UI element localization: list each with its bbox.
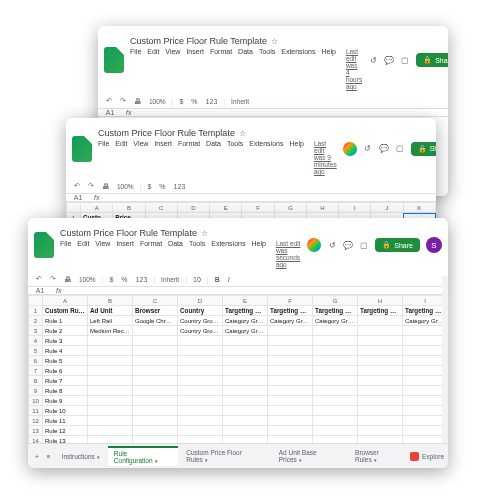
redo-icon[interactable]: ↷ [86, 181, 96, 191]
titlebar: Custom Price Floor Rule Template ☆ FileE… [66, 118, 436, 179]
undo-icon[interactable]: ↶ [104, 96, 114, 106]
sheets-logo-icon [34, 232, 54, 258]
all-sheets-icon[interactable]: ≡ [44, 453, 54, 460]
redo-icon[interactable]: ↷ [118, 96, 128, 106]
menu-edit[interactable]: Edit [147, 48, 159, 91]
meet-icon[interactable]: ▢ [395, 144, 405, 154]
last-edit[interactable]: Last edit was 4 hours ago [346, 48, 362, 91]
zoom-select[interactable]: 100% [147, 97, 168, 106]
menu-extensions[interactable]: Extensions [281, 48, 315, 91]
print-icon[interactable]: 🖶 [62, 275, 73, 284]
undo-icon[interactable]: ↶ [72, 181, 82, 191]
print-icon[interactable]: 🖶 [100, 182, 111, 191]
menu-bar: FileEditViewInsertFormatDataToolsExtensi… [60, 240, 301, 269]
formula-bar: A1 fx [28, 287, 448, 295]
menu-file[interactable]: File [130, 48, 141, 91]
comment-icon[interactable]: 💬 [379, 144, 389, 154]
tab-instructions[interactable]: Instructions▾ [56, 451, 106, 462]
share-button[interactable]: 🔒Share [375, 238, 420, 252]
undo-icon[interactable]: ↶ [34, 274, 44, 284]
last-edit[interactable]: Last edit was seconds ago [276, 240, 301, 269]
percent-button[interactable]: % [189, 97, 199, 106]
name-box[interactable]: A1 [98, 109, 122, 116]
menu-help[interactable]: Help [321, 48, 335, 91]
tab-ad-unit-base-prices[interactable]: Ad Unit Base Prices▾ [273, 447, 347, 465]
bold-icon[interactable]: B [213, 275, 222, 284]
toolbar: ↶ ↷ 🖶 100% | $ % 123 [66, 179, 436, 194]
comment-icon[interactable]: 💬 [384, 55, 394, 65]
menu-insert[interactable]: Insert [186, 48, 204, 91]
italic-icon[interactable]: I [226, 275, 232, 284]
collaborator-avatar[interactable] [307, 238, 321, 252]
menu-tools[interactable]: Tools [259, 48, 275, 91]
explore-icon [410, 452, 419, 461]
font-select[interactable]: Inherit [229, 97, 251, 106]
history-icon[interactable]: ↺ [368, 55, 378, 65]
titlebar: Custom Price Floor Rule Template ☆ FileE… [28, 218, 448, 272]
star-icon[interactable]: ☆ [201, 229, 208, 238]
vertical-scrollbar[interactable] [442, 276, 448, 450]
formula-bar: A1 fx [66, 194, 436, 202]
meet-icon[interactable]: ▢ [400, 55, 410, 65]
redo-icon[interactable]: ↷ [48, 274, 58, 284]
last-edit[interactable]: Last edit was 9 minutes ago [314, 140, 337, 176]
tab-custom-price-floor-rules[interactable]: Custom Price Floor Rules▾ [180, 447, 270, 465]
share-button[interactable]: 🔒Share [416, 53, 448, 67]
share-button[interactable]: 🔒Share [411, 142, 436, 156]
history-icon[interactable]: ↺ [327, 240, 337, 250]
toolbar: ↶ ↷ 🖶 100% | $ % 123 | Inherit | 10 | B … [28, 272, 448, 287]
doc-title[interactable]: Custom Price Floor Rule Template [130, 36, 267, 46]
sheets-logo-icon [104, 47, 124, 73]
meet-icon[interactable]: ▢ [359, 240, 369, 250]
menu-bar: FileEditViewInsertFormatDataToolsExtensi… [98, 140, 337, 176]
formula-bar: A1 fx [98, 109, 448, 117]
menu-bar: File Edit View Insert Format Data Tools … [130, 48, 362, 91]
menu-format[interactable]: Format [210, 48, 232, 91]
sheets-window-front: Custom Price Floor Rule Template ☆ FileE… [28, 218, 448, 468]
doc-title[interactable]: Custom Price Floor Rule Template [60, 228, 197, 238]
sheet-tabs: + ≡ Instructions▾ Rule Configuration▾ Cu… [28, 443, 448, 468]
tab-browser-rules[interactable]: Browser Rules▾ [349, 447, 408, 465]
doc-title[interactable]: Custom Price Floor Rule Template [98, 128, 235, 138]
toolbar: ↶ ↷ 🖶 100% | $ % 123 | Inherit [98, 94, 448, 109]
print-icon[interactable]: 🖶 [132, 97, 143, 106]
avatar[interactable]: S [426, 237, 442, 253]
tab-rule-configuration[interactable]: Rule Configuration▾ [108, 446, 178, 466]
history-icon[interactable]: ↺ [363, 144, 373, 154]
explore-button[interactable]: Explore [410, 452, 444, 461]
comment-icon[interactable]: 💬 [343, 240, 353, 250]
currency-button[interactable]: $ [177, 97, 185, 106]
menu-view[interactable]: View [165, 48, 180, 91]
titlebar: Custom Price Floor Rule Template ☆ File … [98, 26, 448, 94]
collaborator-avatar[interactable] [343, 142, 357, 156]
star-icon[interactable]: ☆ [239, 129, 246, 138]
menu-data[interactable]: Data [238, 48, 253, 91]
sheets-logo-icon [72, 136, 92, 162]
star-icon[interactable]: ☆ [271, 37, 278, 46]
spreadsheet-grid[interactable]: ABCDEFGHI1Custom Rule TitleAd UnitBrowse… [28, 295, 448, 463]
fx-icon: fx [122, 109, 135, 116]
add-sheet-icon[interactable]: + [32, 453, 42, 460]
format-button[interactable]: 123 [204, 97, 220, 106]
